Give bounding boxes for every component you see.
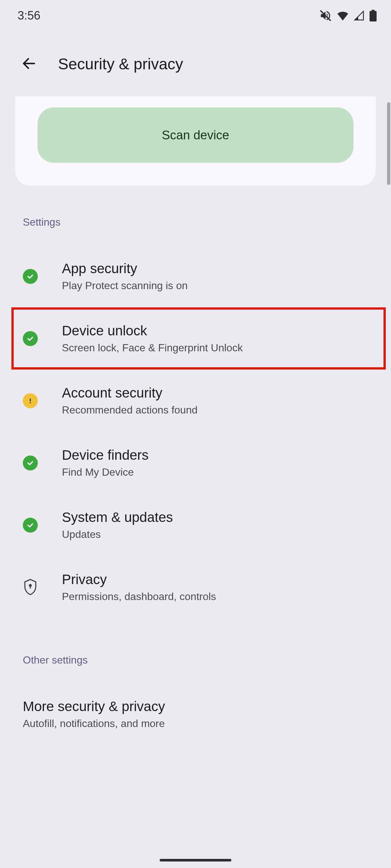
app-header: Security & privacy — [0, 31, 391, 96]
section-header-other: Other settings — [0, 618, 391, 683]
row-app-security[interactable]: App security Play Protect scanning is on — [0, 245, 391, 307]
svg-rect-1 — [369, 11, 377, 22]
check-circle-icon — [23, 269, 38, 284]
scan-card: Scan device — [15, 96, 376, 186]
warning-circle-icon — [23, 393, 38, 408]
row-account-security[interactable]: Account security Recommended actions fou… — [0, 370, 391, 432]
home-handle-icon — [160, 859, 231, 862]
row-system-updates[interactable]: System & updates Updates — [0, 494, 391, 556]
row-device-unlock[interactable]: Device unlock Screen lock, Face & Finger… — [0, 307, 391, 370]
row-subtitle: Updates — [62, 528, 173, 540]
check-circle-icon — [23, 456, 38, 470]
row-title: System & updates — [62, 509, 173, 525]
row-title: Account security — [62, 385, 197, 401]
svg-rect-2 — [372, 10, 375, 11]
battery-icon — [369, 10, 377, 22]
row-subtitle: Autofill, notifications, and more — [23, 718, 165, 730]
svg-rect-4 — [30, 399, 31, 401]
row-privacy[interactable]: Privacy Permissions, dashboard, controls — [0, 556, 391, 618]
status-bar: 3:56 — [0, 0, 391, 31]
status-time: 3:56 — [18, 9, 40, 23]
navigation-bar[interactable] — [0, 859, 391, 862]
row-title: App security — [62, 261, 188, 276]
row-subtitle: Screen lock, Face & Fingerprint Unlock — [62, 342, 243, 354]
row-title: More security & privacy — [23, 699, 165, 714]
cellular-icon — [354, 10, 364, 21]
row-subtitle: Play Protect scanning is on — [62, 280, 188, 292]
wifi-icon — [337, 11, 348, 21]
row-device-finders[interactable]: Device finders Find My Device — [0, 432, 391, 494]
row-title: Privacy — [62, 572, 216, 587]
scrollbar[interactable] — [387, 102, 390, 185]
status-icons — [319, 9, 377, 22]
row-more-security-privacy[interactable]: More security & privacy Autofill, notifi… — [0, 683, 391, 745]
privacy-shield-icon — [23, 578, 38, 596]
row-title: Device unlock — [62, 323, 243, 339]
row-subtitle: Permissions, dashboard, controls — [62, 591, 216, 603]
svg-point-6 — [29, 584, 31, 586]
row-subtitle: Recommended actions found — [62, 404, 197, 416]
page-title: Security & privacy — [58, 55, 183, 73]
svg-point-5 — [30, 402, 31, 403]
mute-icon — [319, 9, 332, 22]
check-circle-icon — [23, 518, 38, 533]
row-title: Device finders — [62, 447, 148, 463]
scan-device-button[interactable]: Scan device — [37, 107, 354, 163]
section-header-settings: Settings — [0, 186, 391, 245]
check-circle-icon — [23, 331, 38, 346]
back-button[interactable] — [16, 51, 42, 76]
row-subtitle: Find My Device — [62, 466, 148, 478]
arrow-left-icon — [22, 56, 36, 72]
